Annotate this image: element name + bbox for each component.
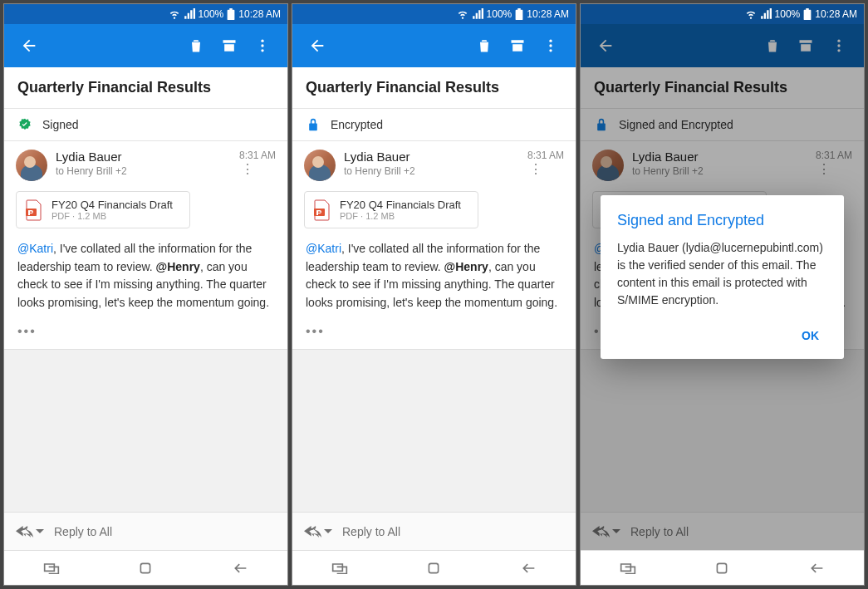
lock-icon	[306, 117, 321, 132]
reply-bar: Reply to All	[292, 512, 576, 550]
thread-empty-area	[4, 349, 287, 512]
battery-icon	[227, 8, 235, 20]
security-status-row[interactable]: Signed	[4, 109, 287, 141]
back-button[interactable]	[12, 29, 46, 62]
dialog-ok-button[interactable]: OK	[793, 322, 827, 349]
sender-name: Lydia Bauer	[344, 150, 519, 164]
signal-icon	[184, 8, 195, 20]
smime-info-dialog: Signed and Encrypted Lydia Bauer (lydia@…	[601, 195, 844, 359]
message-overflow-button[interactable]: ⋮	[527, 161, 544, 177]
android-back-button[interactable]	[807, 558, 826, 578]
mention-katri[interactable]: @Katri	[17, 242, 53, 255]
phone-screen-signed: 100% 10:28 AM Quarterly Financial Result…	[3, 3, 288, 586]
avatar[interactable]	[16, 150, 47, 181]
clock-label: 10:28 AM	[815, 8, 857, 20]
wifi-icon	[745, 8, 757, 20]
reply-all-button[interactable]	[16, 525, 44, 538]
svg-point-0	[261, 40, 263, 42]
android-nav-bar	[581, 550, 864, 585]
status-bar: 100% 10:28 AM	[4, 4, 287, 24]
recipients-summary[interactable]: to Henry Brill +2	[56, 165, 231, 177]
svg-point-5	[549, 40, 552, 42]
message-overflow-button[interactable]: ⋮	[239, 161, 256, 177]
android-back-button[interactable]	[230, 558, 250, 578]
attachment-name: FY20 Q4 Financials Draft	[51, 199, 173, 211]
svg-point-6	[549, 44, 552, 47]
avatar[interactable]	[304, 150, 336, 181]
svg-rect-4	[141, 563, 150, 572]
sender-header: Lydia Bauer to Henry Brill +2 8:31 AM ⋮	[292, 141, 576, 186]
message-time: 8:31 AM	[239, 150, 276, 161]
overflow-button[interactable]	[246, 29, 279, 62]
subject: Quarterly Financial Results	[292, 67, 576, 109]
clock-label: 10:28 AM	[238, 8, 281, 20]
dialog-title: Signed and Encrypted	[617, 212, 827, 229]
message-body: @Katri, I've collated all the informatio…	[4, 237, 287, 321]
delete-button[interactable]	[179, 29, 213, 62]
security-status-row[interactable]: Encrypted	[292, 109, 576, 141]
phone-screen-encrypted: 100% 10:28 AM Quarterly Financial Result…	[292, 3, 576, 586]
expand-message-button[interactable]: •••	[4, 321, 287, 349]
file-ppt-icon	[25, 199, 43, 221]
rosette-check-icon	[17, 117, 32, 132]
signal-icon	[472, 8, 483, 20]
status-bar: 100% 10:28 AM	[292, 4, 576, 24]
clock-label: 10:28 AM	[527, 8, 569, 20]
thread-empty-area	[292, 349, 576, 512]
back-button[interactable]	[301, 29, 334, 62]
dialog-body: Lydia Bauer (lydia@lucernepubintl.com) i…	[617, 239, 827, 309]
attachment-meta: PDF · 1.2 MB	[340, 211, 461, 221]
subject: Quarterly Financial Results	[4, 67, 287, 109]
security-status-label: Signed	[42, 118, 79, 131]
overflow-button[interactable]	[534, 29, 567, 62]
android-nav-bar	[4, 550, 287, 585]
message-body: @Katri, I've collated all the informatio…	[292, 237, 576, 321]
file-ppt-icon	[313, 199, 331, 221]
app-bar	[292, 24, 576, 67]
battery-label: 100%	[487, 8, 512, 20]
attachment-name: FY20 Q4 Financials Draft	[340, 199, 461, 211]
battery-label: 100%	[199, 8, 224, 20]
battery-icon	[803, 8, 812, 20]
status-bar: 100% 10:28 AM	[581, 4, 864, 24]
app-bar	[4, 24, 287, 67]
svg-rect-3	[26, 209, 37, 216]
archive-button[interactable]	[501, 29, 534, 62]
svg-rect-14	[718, 563, 727, 572]
sender-name: Lydia Bauer	[56, 150, 231, 164]
svg-point-1	[261, 44, 263, 47]
reply-all-button[interactable]	[304, 525, 332, 538]
home-button[interactable]	[424, 558, 444, 578]
delete-button[interactable]	[468, 29, 501, 62]
expand-message-button[interactable]: •••	[292, 321, 576, 349]
mention-henry[interactable]: @Henry	[156, 260, 200, 273]
svg-rect-8	[314, 209, 325, 216]
archive-button[interactable]	[213, 29, 246, 62]
wifi-icon	[457, 8, 468, 20]
reply-label[interactable]: Reply to All	[342, 525, 400, 538]
svg-point-7	[549, 49, 552, 52]
battery-icon	[515, 8, 523, 20]
recents-button[interactable]	[42, 558, 61, 578]
recents-button[interactable]	[330, 558, 350, 578]
recipients-summary[interactable]: to Henry Brill +2	[344, 165, 519, 177]
recents-button[interactable]	[618, 558, 638, 578]
mention-henry[interactable]: @Henry	[444, 260, 488, 273]
wifi-icon	[169, 8, 180, 20]
phone-screen-signed-encrypted-dialog: 100% 10:28 AM Quarterly Financial Result…	[580, 3, 865, 586]
sender-header: Lydia Bauer to Henry Brill +2 8:31 AM ⋮	[4, 141, 287, 186]
reply-bar: Reply to All	[4, 512, 287, 550]
security-status-label: Encrypted	[331, 118, 383, 131]
attachment-chip[interactable]: FY20 Q4 Financials Draft PDF · 1.2 MB	[16, 191, 190, 228]
attachment-chip[interactable]: FY20 Q4 Financials Draft PDF · 1.2 MB	[304, 191, 478, 228]
svg-point-2	[261, 49, 263, 52]
mention-katri[interactable]: @Katri	[306, 242, 341, 255]
home-button[interactable]	[712, 558, 732, 578]
android-back-button[interactable]	[518, 558, 538, 578]
home-button[interactable]	[135, 558, 155, 578]
message-time: 8:31 AM	[527, 150, 564, 161]
reply-label[interactable]: Reply to All	[54, 525, 112, 538]
signal-icon	[760, 8, 772, 20]
battery-label: 100%	[775, 8, 801, 20]
android-nav-bar	[292, 550, 576, 585]
